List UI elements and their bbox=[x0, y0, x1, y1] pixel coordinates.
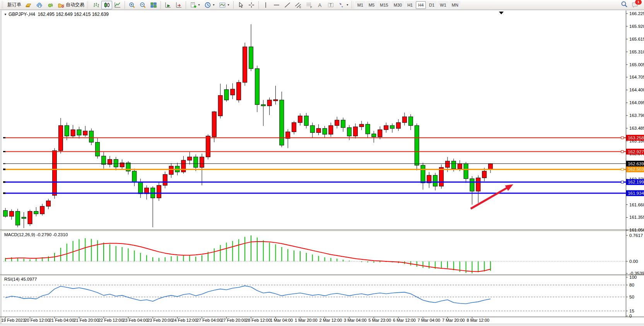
community-button[interactable] bbox=[34, 1, 45, 9]
chart-canvas[interactable]: 166.225165.920165.615165.310165.005164.7… bbox=[0, 0, 644, 326]
timeframe-button-m15[interactable]: M15 bbox=[378, 1, 390, 9]
equidistant-channel-button[interactable]: E bbox=[293, 1, 304, 9]
toolbar-grip[interactable] bbox=[87, 2, 89, 9]
auto-trading-button[interactable]: 自动交易 bbox=[56, 1, 86, 9]
time-tick-label: 27 Feb 20:00 bbox=[221, 318, 246, 323]
timeframe-button-m5[interactable]: M5 bbox=[366, 1, 377, 9]
timeframe-button-h4[interactable]: H4 bbox=[416, 1, 426, 9]
fibonacci-button[interactable]: F bbox=[304, 1, 314, 9]
candlestick-chart-button[interactable] bbox=[101, 1, 112, 9]
zoom-out-button[interactable] bbox=[137, 1, 148, 9]
search-icon[interactable] bbox=[620, 0, 628, 10]
chart-shift-marker-icon[interactable] bbox=[499, 12, 504, 14]
indicators-button[interactable]: ▼ bbox=[217, 1, 232, 9]
hline-handle[interactable] bbox=[621, 137, 624, 139]
separator bbox=[161, 1, 161, 9]
new-order-button[interactable]: 新订单 bbox=[5, 1, 23, 9]
horizontal-line-icon bbox=[273, 2, 280, 9]
periods-button[interactable]: ▼ bbox=[202, 1, 217, 9]
rsi-axis-ticks: 1008050150 bbox=[626, 275, 637, 318]
price-tick-label: 161.355 bbox=[629, 215, 644, 220]
splitter-macd-rsi[interactable] bbox=[0, 275, 644, 276]
macd-tick-label: 0.7617 bbox=[629, 233, 643, 238]
candle bbox=[470, 178, 474, 191]
signal-icon bbox=[47, 2, 54, 9]
hline-price-label: 163.258 bbox=[628, 136, 644, 140]
text-label-button[interactable]: T bbox=[325, 1, 336, 9]
candle bbox=[114, 160, 118, 167]
text-label-icon: T bbox=[327, 2, 334, 9]
auto-scroll-icon bbox=[164, 2, 171, 9]
candle bbox=[396, 123, 401, 129]
price-tick-label: 164.705 bbox=[629, 75, 644, 79]
candles-layer bbox=[3, 24, 493, 228]
horizontal-line-button[interactable] bbox=[271, 1, 282, 9]
macd-tick-label: 0.00 bbox=[629, 259, 638, 264]
timeframe-button-m30[interactable]: M30 bbox=[391, 1, 404, 9]
tile-windows-button[interactable] bbox=[148, 1, 159, 9]
svg-text:F: F bbox=[310, 5, 312, 8]
candle bbox=[9, 211, 14, 216]
hline-handle[interactable] bbox=[621, 151, 624, 153]
macd-histogram bbox=[5, 235, 490, 273]
new-order-label: 新订单 bbox=[7, 2, 21, 8]
rsi-tick-label: 100 bbox=[629, 275, 637, 280]
trendline-icon bbox=[284, 2, 291, 9]
macd-indicator-label: MACD(12,26,9) -0.2790 -0.2310 bbox=[4, 232, 68, 237]
vertical-line-button[interactable] bbox=[260, 1, 271, 9]
candle bbox=[138, 182, 143, 194]
rsi-indicator-label: RSI(14) 45.0977 bbox=[4, 277, 37, 281]
templates-button[interactable]: ▼ bbox=[188, 1, 202, 9]
candle bbox=[421, 165, 425, 183]
candle bbox=[273, 100, 278, 101]
toolbar-grip[interactable] bbox=[2, 2, 4, 9]
channel-icon: E bbox=[295, 2, 302, 9]
candle bbox=[53, 151, 57, 196]
candle bbox=[408, 117, 413, 125]
price-tick-label: 164.095 bbox=[629, 100, 644, 105]
toolbar: 新订单 自动交易 bbox=[0, 0, 644, 10]
candle bbox=[298, 116, 302, 122]
timeframe-button-h1[interactable]: H1 bbox=[405, 1, 415, 9]
chart-ohlc-values: 162.495 162.649 162.415 162.639 bbox=[38, 12, 109, 17]
bar-chart-button[interactable] bbox=[91, 1, 101, 9]
rsi-tick-label: 0 bbox=[629, 314, 632, 318]
text-button[interactable]: A bbox=[314, 1, 325, 9]
text-icon: A bbox=[316, 2, 323, 9]
chart-shift-button[interactable] bbox=[173, 1, 184, 9]
candle bbox=[323, 129, 327, 134]
timeframe-button-d1[interactable]: D1 bbox=[427, 1, 437, 9]
collapse-triangle-icon[interactable]: ▼ bbox=[4, 13, 7, 16]
clock-icon bbox=[204, 2, 211, 9]
timeframe-button-w1[interactable]: W1 bbox=[437, 1, 449, 9]
timeframe-button-mn[interactable]: MN bbox=[449, 1, 461, 9]
line-chart-button[interactable] bbox=[112, 1, 123, 9]
time-tick-label: 20 Feb 12:00 bbox=[25, 318, 50, 323]
candle bbox=[384, 125, 388, 130]
timeframe-button-m1[interactable]: M1 bbox=[355, 1, 366, 9]
splitter-main-macd[interactable] bbox=[0, 230, 644, 231]
candle bbox=[200, 157, 204, 167]
zoom-in-button[interactable] bbox=[126, 1, 137, 9]
candle bbox=[28, 211, 32, 224]
market-watch-button[interactable] bbox=[23, 1, 34, 9]
crosshair-button[interactable] bbox=[246, 1, 257, 9]
candle bbox=[206, 136, 210, 157]
candle bbox=[243, 47, 247, 82]
time-tick-label: 3 Mar 04:00 bbox=[344, 318, 367, 323]
price-tick-label: 161.050 bbox=[629, 228, 644, 232]
toolbar-grip[interactable] bbox=[352, 2, 354, 9]
hline-handle[interactable] bbox=[621, 168, 624, 170]
notifications-button[interactable]: 1 bbox=[631, 1, 639, 9]
auto-scroll-button[interactable] bbox=[162, 1, 173, 9]
bar-chart-icon bbox=[92, 2, 99, 9]
alerts-button[interactable] bbox=[45, 1, 56, 9]
cursor-button[interactable] bbox=[235, 1, 246, 9]
candle bbox=[366, 124, 370, 134]
arrow-annotation-head[interactable] bbox=[505, 184, 513, 191]
macd-signal-line bbox=[5, 242, 490, 271]
candle bbox=[292, 123, 296, 132]
hline-handle[interactable] bbox=[621, 181, 624, 183]
trendline-button[interactable] bbox=[282, 1, 293, 9]
arrows-button[interactable]: ▼ bbox=[336, 1, 351, 9]
